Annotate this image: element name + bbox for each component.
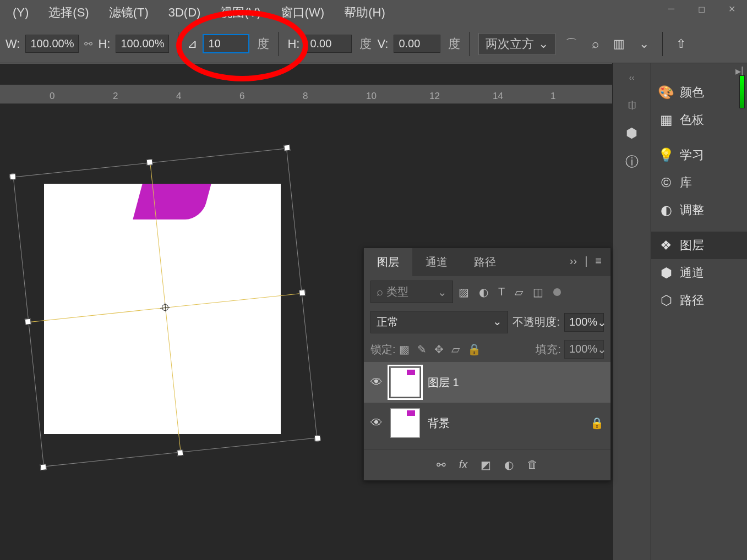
warp-icon[interactable]: ⌒ [561,35,582,53]
mini-dock: ‹‹ ⎅ ⬢ ⓘ [612,63,651,560]
angle-input[interactable]: 10 [203,34,249,53]
3d-icon[interactable]: ⬢ [624,125,640,141]
filter-image-icon[interactable]: ▨ [459,286,469,299]
filter-adjust-icon[interactable]: ◐ [479,286,488,299]
mask-icon[interactable]: ◩ [481,458,491,471]
height-input[interactable]: 100.00% [116,35,169,53]
angle-unit: 度 [257,36,269,52]
transform-handle[interactable] [283,145,290,151]
transform-handle[interactable] [177,449,183,456]
separator [178,32,178,56]
bulb-icon: 💡 [659,147,673,163]
separator [662,32,663,56]
fill-input[interactable]: 100%⌄ [564,340,604,359]
blend-mode-select[interactable]: 正常⌄ [370,311,508,333]
skew-h-input[interactable]: 0.00 [305,35,352,53]
panel-swatches[interactable]: ▦色板 [651,106,747,134]
skew-h-unit: 度 [359,36,372,52]
adjustment-icon[interactable]: ◐ [504,458,514,471]
visibility-icon[interactable]: 👁 [370,416,383,430]
lock-paint-icon[interactable]: ✎ [417,343,427,356]
panel-channels[interactable]: ⬢通道 [651,259,747,287]
zoom-icon[interactable]: ⌕ [587,36,603,52]
delete-icon[interactable]: 🗑 [527,458,538,471]
chevron-down-icon[interactable]: ⌄ [635,36,653,52]
menu-help[interactable]: 帮助(H) [334,2,395,23]
filter-text-icon[interactable]: T [498,286,505,298]
transform-handle[interactable] [40,464,47,470]
filter-toggle[interactable] [553,288,561,296]
layer-filter-select[interactable]: ⌕ 类型 ⌄ [370,281,453,303]
lock-icon: 🔒 [590,416,604,430]
panel-paths[interactable]: ⬡路径 [651,287,747,314]
panel-learn[interactable]: 💡学习 [651,141,747,169]
lock-all-icon[interactable]: 🔒 [467,343,481,356]
link-icon[interactable]: ⚯ [84,38,92,50]
transform-handle[interactable] [9,173,16,180]
layer-thumbnail[interactable] [390,408,420,438]
layer-name[interactable]: 背景 [428,416,582,431]
panel-sep: | [585,255,587,270]
opacity-label: 不透明度: [512,315,560,330]
fill-label: 填充: [536,342,561,357]
filter-smart-icon[interactable]: ◫ [533,286,543,299]
tab-layers[interactable]: 图层 [364,248,412,276]
layer-row[interactable]: 👁 背景 🔒 [364,403,610,443]
layer-row[interactable]: 👁 图层 1 [364,362,610,403]
skew-h-label: H: [287,37,299,51]
panel-layers[interactable]: ❖图层 [651,232,747,259]
width-input[interactable]: 100.00% [25,35,79,53]
tab-channels[interactable]: 通道 [412,248,461,276]
layers-panel: 图层 通道 路径 ›› | ≡ ⌕ 类型 ⌄ ▨ ◐ T ▱ ◫ 正常⌄ 不透明… [363,248,611,481]
visibility-icon[interactable]: 👁 [370,375,383,389]
tab-paths[interactable]: 路径 [461,248,509,276]
interpolation-select[interactable]: 两次立方⌄ [478,33,555,55]
info-icon[interactable]: ⓘ [624,153,640,170]
link-layers-icon[interactable]: ⚯ [437,458,446,471]
share-icon[interactable]: ⇧ [672,36,690,52]
transform-handle[interactable] [146,159,153,166]
collapse-panels[interactable]: ▸| [651,63,747,79]
opacity-input[interactable]: 100%⌄ [564,313,604,332]
lock-transparent-icon[interactable]: ▩ [399,343,410,356]
lock-move-icon[interactable]: ✥ [434,343,444,356]
panel-expand[interactable]: ›› [570,255,577,270]
menu-view[interactable]: 视图(V) [210,2,270,23]
layers-icon: ❖ [659,238,673,253]
skew-v-input[interactable]: 0.00 [394,35,440,53]
adjust-icon: ◐ [659,202,673,218]
width-label: W: [6,37,20,51]
history-icon[interactable]: ⎅ [624,96,640,113]
panel-color[interactable]: 🎨颜色 [651,79,747,106]
panel-menu-icon[interactable]: ≡ [595,255,602,270]
fx-icon[interactable]: fx [459,458,468,471]
panel-adjustments[interactable]: ◐调整 [651,196,747,224]
separator [278,32,279,56]
lock-label: 锁定: [370,342,396,357]
right-panels: ▸| 🎨颜色 ▦色板 💡学习 ©库 ◐调整 ❖图层 ⬢通道 ⬡路径 [651,63,747,560]
minimize-button[interactable]: ─ [656,0,686,18]
grid-icon[interactable]: ▥ [609,36,629,52]
layer-name[interactable]: 图层 1 [428,375,604,390]
transform-handle[interactable] [25,319,31,325]
transform-handle[interactable] [314,435,321,442]
ruler-horizontal: 0 2 4 6 8 10 12 14 1 [0,85,612,104]
lock-artboard-icon[interactable]: ▱ [451,343,460,356]
cc-icon: © [659,175,673,190]
search-icon: ⌕ [377,286,383,298]
paths-icon: ⬡ [659,293,673,308]
channels-icon: ⬢ [659,265,673,281]
transform-handle[interactable] [299,289,306,296]
filter-shape-icon[interactable]: ▱ [515,286,523,299]
menu-filter[interactable]: 滤镜(T) [99,2,159,23]
menu-window[interactable]: 窗口(W) [271,2,334,23]
maximize-button[interactable]: ◻ [686,0,717,18]
panel-libraries[interactable]: ©库 [651,169,747,196]
menu-3d[interactable]: 3D(D) [159,3,211,22]
layer-thumbnail[interactable] [390,367,420,397]
close-button[interactable]: ✕ [717,0,747,18]
menu-y[interactable]: (Y) [3,3,39,22]
expand-dock[interactable]: ‹‹ [613,73,651,84]
menubar: (Y) 选择(S) 滤镜(T) 3D(D) 视图(V) 窗口(W) 帮助(H) … [0,0,747,25]
menu-select[interactable]: 选择(S) [39,2,99,23]
